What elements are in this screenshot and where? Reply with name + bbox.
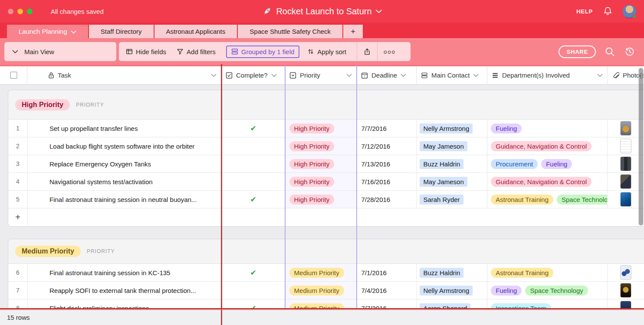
notifications-bell-icon[interactable] — [602, 6, 613, 16]
departments-cell[interactable]: Fueling — [487, 120, 608, 137]
table-row[interactable]: 6 Final astronaut training session in KC… — [8, 264, 644, 282]
chevron-down-icon[interactable] — [211, 74, 217, 77]
complete-cell[interactable] — [222, 155, 286, 172]
chevron-down-icon[interactable] — [346, 74, 352, 77]
complete-cell[interactable] — [222, 173, 286, 190]
zoom-window-button[interactable] — [27, 9, 33, 14]
hide-fields-button[interactable]: Hide fields — [126, 48, 166, 55]
contact-cell[interactable]: Buzz Haldrin — [417, 264, 487, 281]
search-icon[interactable] — [605, 46, 615, 57]
table-tab-astronaut-applicants[interactable]: Astronaut Applicants — [154, 25, 237, 38]
task-cell[interactable]: Reapply SOFI to external tank thermal pr… — [28, 282, 222, 299]
deadline-cell[interactable]: 7/4/2016 — [357, 282, 417, 299]
titlebar: All changes saved Rocket Launch to Satur… — [0, 0, 644, 23]
complete-cell[interactable] — [222, 282, 286, 299]
add-record-button[interactable]: + — [8, 208, 28, 226]
grouped-by-button[interactable]: Grouped by 1 field — [226, 46, 300, 58]
priority-cell[interactable]: High Priority — [286, 173, 357, 190]
add-table-tab[interactable]: + — [343, 25, 363, 38]
group-value-badge[interactable]: High Priority — [15, 99, 70, 110]
table-row[interactable]: 5 Final astronaut training session in ne… — [8, 191, 644, 208]
task-cell[interactable]: Final astronaut training session in neut… — [28, 191, 222, 208]
chevron-down-icon[interactable] — [401, 74, 406, 77]
apply-sort-button[interactable]: Apply sort — [307, 48, 346, 55]
department-pill: Fueling — [491, 124, 522, 133]
table-row[interactable]: 3 Replace Emergency Oxygen Tanks High Pr… — [8, 155, 644, 173]
priority-cell[interactable]: Medium Priority — [286, 282, 357, 299]
chevron-down-icon[interactable] — [473, 74, 479, 77]
close-window-button[interactable] — [8, 9, 13, 14]
share-button[interactable]: SHARE — [559, 46, 596, 58]
priority-cell[interactable]: Medium Priority — [286, 264, 357, 281]
chevron-down-icon[interactable] — [271, 74, 277, 77]
contact-cell[interactable]: May Jameson — [417, 173, 487, 190]
revision-history-icon[interactable] — [624, 46, 635, 57]
photo-cell[interactable] — [608, 264, 644, 281]
more-options-button[interactable]: ooo — [384, 49, 398, 55]
complete-cell[interactable]: ✔ — [222, 120, 286, 137]
column-header-deadline[interactable]: 7 Deadline — [357, 66, 417, 84]
departments-cell[interactable]: Guidance, Navigation & Control — [487, 173, 608, 190]
table-row[interactable]: 1 Set up propellant transfer lines ✔ Hig… — [8, 120, 644, 137]
departments-cell[interactable]: Guidance, Navigation & Control — [487, 137, 608, 155]
grouped-by-label: Grouped by 1 field — [241, 48, 295, 55]
minimize-window-button[interactable] — [17, 9, 23, 14]
chevron-down-icon — [376, 10, 382, 13]
user-avatar[interactable] — [623, 5, 636, 18]
column-header-main-contact[interactable]: Main Contact — [417, 66, 487, 84]
task-text: Final astronaut training session in KC-1… — [49, 269, 170, 276]
task-cell[interactable]: Navigational systems test/activation — [28, 173, 222, 190]
column-header-task[interactable]: Task — [27, 66, 221, 84]
priority-cell[interactable]: High Priority — [286, 137, 357, 155]
help-button[interactable]: HELP — [576, 8, 593, 15]
departments-cell[interactable]: Astronaut TrainingSpace Technology — [487, 191, 608, 208]
chevron-down-icon[interactable] — [597, 74, 603, 77]
contact-cell[interactable]: Sarah Ryder — [417, 191, 487, 208]
deadline-cell[interactable]: 7/12/2016 — [357, 137, 417, 155]
group-value-badge[interactable]: Medium Priority — [15, 246, 81, 257]
deadline-cell[interactable]: 7/28/2016 — [357, 191, 417, 208]
priority-cell[interactable]: High Priority — [286, 155, 357, 172]
task-cell[interactable]: Load backup flight system software into … — [28, 137, 222, 155]
table-tab-space-shuttle-safety-check[interactable]: Space Shuttle Safety Check — [238, 25, 342, 38]
table-tab-launch-planning[interactable]: Launch Planning — [7, 25, 88, 38]
online-status-dot — [632, 14, 637, 19]
column-header-complete[interactable]: Complete? — [221, 66, 285, 84]
view-switcher[interactable]: Main View — [4, 42, 116, 61]
base-title-menu[interactable]: Rocket Launch to Saturn — [262, 0, 382, 23]
contact-cell[interactable]: Nelly Armstrong — [417, 282, 487, 299]
column-header-priority[interactable]: Priority — [285, 66, 357, 84]
departments-cell[interactable]: FuelingSpace Technology — [487, 282, 608, 299]
deadline-cell[interactable]: 7/1/2016 — [357, 264, 417, 281]
contact-cell[interactable]: Buzz Haldrin — [417, 155, 487, 172]
priority-cell[interactable]: High Priority — [286, 120, 357, 137]
toolbar-divider — [377, 42, 378, 61]
departments-cell[interactable]: ProcurementFueling — [487, 155, 608, 172]
add-filters-button[interactable]: Add filters — [177, 48, 216, 55]
vertical-scrollbar[interactable] — [638, 68, 644, 226]
priority-cell[interactable]: High Priority — [286, 191, 357, 208]
column-header-departments[interactable]: Department(s) Involved — [487, 66, 608, 84]
photo-cell[interactable] — [608, 282, 644, 299]
share-view-button[interactable] — [363, 48, 371, 55]
table-row[interactable]: 2 Load backup flight system software int… — [8, 137, 644, 155]
table-row[interactable]: 7 Reapply SOFI to external tank thermal … — [8, 282, 644, 299]
select-all-checkbox[interactable] — [0, 66, 27, 84]
complete-cell[interactable]: ✔ — [222, 191, 286, 208]
deadline-cell[interactable]: 7/16/2016 — [357, 173, 417, 190]
contact-cell[interactable]: Nelly Armstrong — [417, 120, 487, 137]
contact-cell[interactable]: May Jameson — [417, 137, 487, 155]
table-tab-staff-directory[interactable]: Staff Directory — [89, 25, 154, 38]
rocket-icon — [262, 6, 272, 16]
deadline-cell[interactable]: 7/13/2016 — [357, 155, 417, 172]
deadline-cell[interactable]: 7/7/2016 — [357, 120, 417, 137]
complete-cell[interactable] — [222, 137, 286, 155]
row-number: 4 — [8, 173, 28, 190]
task-cell[interactable]: Final astronaut training session in KC-1… — [28, 264, 222, 281]
departments-cell[interactable]: Astronaut Training — [487, 264, 608, 281]
complete-cell[interactable]: ✔ — [222, 264, 286, 281]
task-cell[interactable]: Replace Emergency Oxygen Tanks — [28, 155, 222, 172]
task-cell[interactable]: Set up propellant transfer lines — [28, 120, 222, 137]
table-row[interactable]: 4 Navigational systems test/activation H… — [8, 173, 644, 191]
tab-label: + — [351, 27, 355, 36]
